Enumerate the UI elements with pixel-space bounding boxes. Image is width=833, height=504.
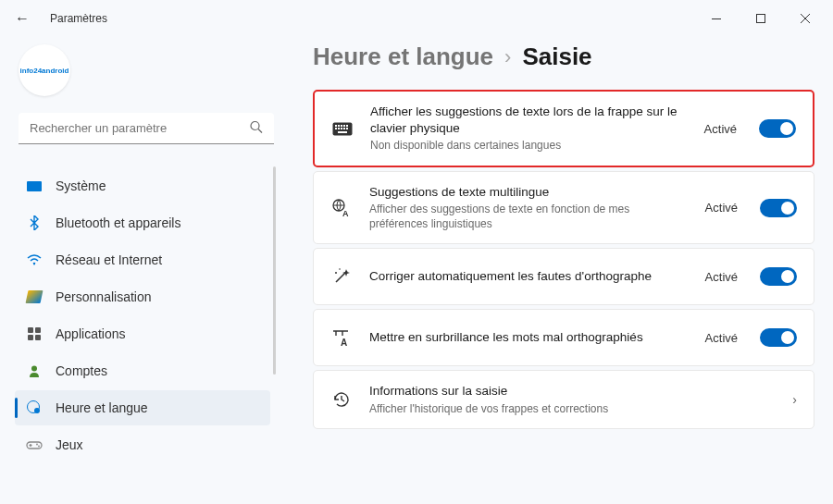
paintbrush-icon (26, 289, 43, 305)
svg-rect-1 (757, 15, 765, 23)
system-icon (26, 178, 43, 194)
keyboard-icon (331, 122, 354, 136)
sidebar-item-apps[interactable]: Applications (15, 316, 270, 351)
sidebar-item-label: Bluetooth et appareils (56, 215, 180, 230)
sidebar-item-accounts[interactable]: Comptes (15, 353, 270, 388)
back-button[interactable]: ← (7, 6, 37, 31)
sidebar-item-label: Applications (56, 326, 126, 341)
toggle-status: Activé (705, 331, 738, 345)
sidebar-item-label: Personnalisation (56, 289, 152, 304)
card-autocorrect[interactable]: Corriger automatiquement les fautes d'or… (313, 248, 814, 305)
card-body: Corriger automatiquement les fautes d'or… (369, 268, 689, 285)
toggle-switch[interactable] (760, 199, 797, 217)
svg-point-9 (36, 444, 38, 446)
sidebar-item-time-language[interactable]: Heure et langue (15, 390, 270, 425)
chevron-right-icon: › (792, 392, 797, 407)
avatar[interactable]: info24android (19, 44, 70, 96)
card-title: Informations sur la saisie (369, 383, 770, 400)
window-title: Paramètres (50, 12, 107, 25)
card-body: Mettre en surbrillance les mots mal orth… (369, 329, 689, 346)
card-body: Suggestions de texte multilingue Affiche… (369, 184, 689, 231)
svg-rect-20 (343, 128, 345, 129)
search-input[interactable] (19, 113, 274, 144)
maximize-icon (756, 14, 765, 23)
main-content: Heure et langue › Saisie Afficher les su… (287, 37, 833, 504)
card-title: Mettre en surbrillance les mots mal orth… (369, 329, 689, 346)
card-subtitle: Afficher l'historique de vos frappes et … (369, 402, 770, 417)
wand-icon (330, 267, 353, 286)
sidebar-item-network[interactable]: Réseau et Internet (15, 242, 270, 277)
toggle-status: Activé (704, 122, 737, 136)
sidebar-item-personalization[interactable]: Personnalisation (15, 279, 270, 314)
svg-rect-14 (341, 125, 342, 127)
gamepad-icon (26, 436, 43, 453)
globe-language-icon: A (330, 199, 353, 217)
svg-point-27 (339, 269, 341, 271)
titlebar: ← Paramètres (0, 0, 833, 37)
svg-point-5 (31, 366, 37, 372)
svg-text:A: A (341, 338, 347, 347)
card-title: Suggestions de texte multilingue (369, 184, 689, 201)
svg-rect-15 (343, 125, 345, 127)
toggle-status: Activé (705, 270, 738, 284)
toggle-status: Activé (705, 201, 738, 215)
card-subtitle: Non disponible dans certaines langues (370, 139, 688, 154)
svg-rect-13 (338, 125, 340, 127)
avatar-brand: info24android (20, 67, 69, 75)
sidebar-item-label: Heure et langue (56, 400, 148, 415)
person-icon (26, 363, 43, 379)
sidebar-item-label: Comptes (56, 363, 107, 378)
card-title: Corriger automatiquement les fautes d'or… (369, 268, 689, 285)
svg-point-4 (33, 264, 35, 265)
sidebar-item-label: Jeux (56, 437, 83, 452)
svg-point-10 (38, 446, 40, 448)
maximize-button[interactable] (740, 5, 781, 32)
search-box (19, 113, 274, 144)
bluetooth-icon (26, 215, 43, 231)
apps-icon (26, 326, 43, 342)
svg-rect-21 (346, 128, 348, 129)
toggle-switch[interactable] (760, 328, 797, 347)
sidebar-item-bluetooth[interactable]: Bluetooth et appareils (15, 205, 270, 240)
card-body: Informations sur la saisie Afficher l'hi… (369, 383, 770, 416)
toggle-switch[interactable] (759, 119, 796, 138)
sidebar-item-system[interactable]: Système (15, 168, 270, 203)
clock-globe-icon (26, 400, 43, 416)
minimize-icon (712, 18, 721, 19)
close-icon (801, 14, 810, 23)
history-icon (330, 390, 353, 409)
nav-list: Système Bluetooth et appareils Réseau et… (13, 166, 280, 464)
wifi-icon (26, 252, 43, 268)
minimize-button[interactable] (696, 5, 737, 32)
svg-rect-22 (338, 131, 347, 133)
svg-rect-12 (335, 125, 337, 127)
svg-line-3 (258, 129, 262, 133)
breadcrumb-parent[interactable]: Heure et langue (313, 43, 493, 71)
svg-rect-16 (346, 125, 348, 127)
sidebar-item-label: Système (56, 178, 106, 193)
sidebar-item-label: Réseau et Internet (56, 252, 162, 267)
sidebar-item-gaming[interactable]: Jeux (15, 427, 270, 462)
titlebar-left: ← Paramètres (7, 6, 107, 31)
close-button[interactable] (785, 5, 826, 32)
card-body: Afficher les suggestions de texte lors d… (370, 104, 688, 154)
card-highlight-misspelled[interactable]: A Mettre en surbrillance les mots mal or… (313, 309, 814, 366)
svg-point-26 (335, 272, 337, 274)
card-typing-insights[interactable]: Informations sur la saisie Afficher l'hi… (313, 370, 814, 429)
breadcrumb-separator-icon: › (504, 45, 511, 69)
svg-rect-6 (27, 442, 42, 449)
svg-rect-18 (338, 128, 340, 129)
toggle-switch[interactable] (760, 267, 797, 286)
search-icon (250, 121, 263, 137)
card-title: Afficher les suggestions de texte lors d… (370, 104, 688, 137)
card-physical-keyboard-suggestions[interactable]: Afficher les suggestions de texte lors d… (313, 90, 814, 167)
card-multilingual-suggestions[interactable]: A Suggestions de texte multilingue Affic… (313, 171, 814, 244)
svg-rect-19 (341, 128, 342, 129)
svg-point-2 (251, 122, 259, 130)
card-subtitle: Afficher des suggestions de texte en fon… (369, 203, 689, 231)
svg-text:A: A (342, 209, 349, 217)
svg-rect-17 (335, 128, 337, 129)
settings-cards: Afficher les suggestions de texte lors d… (313, 90, 814, 429)
svg-rect-0 (712, 18, 721, 19)
breadcrumb: Heure et langue › Saisie (313, 43, 814, 71)
